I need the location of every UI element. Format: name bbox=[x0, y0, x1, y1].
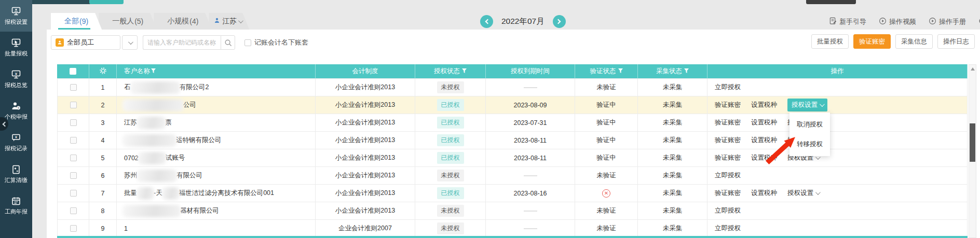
cell-auth-status: 已授权 bbox=[415, 132, 486, 149]
row-checkbox[interactable] bbox=[70, 119, 77, 126]
row-checkbox[interactable] bbox=[70, 137, 77, 144]
row-checkbox[interactable] bbox=[70, 172, 77, 179]
sidebar-item-报税设置[interactable]: 报税设置 bbox=[0, 0, 32, 32]
scrollbar-thumb[interactable] bbox=[970, 123, 975, 162]
select-all-checkbox[interactable] bbox=[70, 68, 76, 75]
op-link-立即授权[interactable]: 立即授权 bbox=[715, 224, 741, 233]
row-checkbox[interactable] bbox=[70, 155, 77, 161]
redacted-blur bbox=[130, 81, 180, 94]
cell-auth-status: 未授权 bbox=[415, 220, 486, 237]
tab-一般人[interactable]: 一般人(5) bbox=[99, 13, 157, 30]
cell-checkbox bbox=[57, 220, 89, 237]
search-input[interactable] bbox=[143, 35, 221, 50]
cell-row-number: 4 bbox=[89, 132, 117, 149]
op-link-立即授权[interactable]: 立即授权 bbox=[715, 206, 741, 215]
op-link-设置税种[interactable]: 设置税种 bbox=[751, 189, 777, 198]
help-link-操作手册[interactable]: 操作手册 bbox=[929, 17, 966, 26]
sidebar-item-label: 报税总览 bbox=[5, 81, 28, 89]
staff-dropdown[interactable]: 全部员工 bbox=[51, 35, 120, 50]
header-cell-会计制度: 会计制度 bbox=[316, 64, 415, 79]
play-circle-icon bbox=[879, 17, 887, 26]
table-row: 91企业会计准则2007未授权未验证未采集立即授权 bbox=[57, 220, 968, 237]
cell-institution: 小企业会计准则2013 bbox=[316, 149, 415, 167]
redacted-blur bbox=[138, 152, 166, 164]
scroll-up-arrow-icon[interactable] bbox=[971, 67, 975, 71]
tab-小规模[interactable]: 小规模(4) bbox=[154, 13, 212, 30]
dropdown-item-取消授权[interactable]: 取消授权 bbox=[790, 115, 830, 134]
region-selector[interactable]: 江苏 bbox=[209, 13, 249, 30]
filter-funnel-icon[interactable] bbox=[462, 68, 467, 75]
header-cell-采集状态: 采集状态 bbox=[638, 64, 707, 79]
dropdown-item-转移授权[interactable]: 转移授权 bbox=[790, 134, 830, 154]
table-row: 4运特钢有限公司小企业会计准则2013已授权2023-08-11验证中未采集验证… bbox=[57, 132, 968, 149]
op-dropdown-授权设置[interactable]: 授权设置 bbox=[787, 99, 827, 111]
row-checkbox[interactable] bbox=[70, 207, 77, 214]
row-checkbox[interactable] bbox=[70, 190, 77, 197]
empty-dash bbox=[524, 87, 537, 88]
cell-row-number: 9 bbox=[89, 220, 117, 237]
help-link-新手引导[interactable]: 新手引导 bbox=[829, 17, 866, 26]
row-checkbox[interactable] bbox=[70, 84, 77, 91]
bookkeeper-filter-checkbox[interactable]: 记账会计名下账套 bbox=[244, 38, 308, 47]
op-link-立即授权[interactable]: 立即授权 bbox=[715, 171, 741, 180]
browser-artifact-teal-pill bbox=[89, 0, 124, 4]
cell-operations: 验证账密设置税种授权设置 bbox=[707, 114, 968, 132]
op-link-立即授权[interactable]: 立即授权 bbox=[715, 83, 741, 92]
sidebar-item-批量报税[interactable]: 批量报税 bbox=[0, 32, 32, 63]
action-button-验证账密[interactable]: 验证账密 bbox=[853, 34, 891, 49]
sidebar-item-报税总览[interactable]: ¥报税总览 bbox=[0, 63, 32, 95]
search-box bbox=[143, 35, 235, 50]
action-button-采集信息[interactable]: 采集信息 bbox=[895, 34, 933, 49]
header-cell-操作: 操作 bbox=[707, 64, 968, 79]
sidebar-item-报税记录[interactable]: ¥报税记录 bbox=[0, 127, 32, 158]
cell-expire-date: 2023-08-11 bbox=[486, 132, 575, 149]
redacted-blur bbox=[137, 117, 166, 129]
help-link-操作视频[interactable]: 操作视频 bbox=[879, 17, 916, 26]
prev-month-button[interactable] bbox=[480, 15, 493, 28]
next-month-button[interactable] bbox=[553, 15, 566, 28]
cell-expire-date: 2023-08-11 bbox=[486, 149, 575, 167]
op-link-设置税种[interactable]: 设置税种 bbox=[751, 101, 777, 109]
search-button[interactable] bbox=[221, 35, 235, 50]
staff-dropdown-toggle[interactable] bbox=[122, 35, 138, 50]
op-link-验证账密[interactable]: 验证账密 bbox=[715, 118, 741, 127]
cell-collect-status: 未采集 bbox=[638, 185, 707, 202]
staff-dropdown-value: 全部员工 bbox=[67, 38, 94, 47]
filter-funnel-icon[interactable] bbox=[618, 68, 623, 75]
cell-operations: 验证账密设置税种授权设置 bbox=[707, 185, 968, 202]
row-checkbox[interactable] bbox=[70, 225, 77, 232]
cell-verify-status: 验证中 bbox=[575, 149, 638, 167]
cell-operations: 立即授权 bbox=[707, 220, 968, 237]
filter-funnel-icon[interactable] bbox=[684, 68, 689, 75]
op-link-设置税种[interactable]: 设置税种 bbox=[751, 136, 777, 145]
sidebar-item-汇算清缴[interactable]: 汇算清缴 bbox=[0, 158, 32, 190]
gear-icon[interactable] bbox=[99, 67, 107, 76]
client-name-text: -天 bbox=[154, 189, 162, 198]
op-link-验证账密[interactable]: 验证账密 bbox=[715, 101, 741, 109]
op-link-验证账密[interactable]: 验证账密 bbox=[715, 136, 741, 145]
filter-funnel-icon[interactable] bbox=[151, 68, 156, 75]
action-button-操作日志[interactable]: 操作日志 bbox=[937, 34, 975, 49]
action-button-批量授权[interactable]: 批量授权 bbox=[811, 34, 849, 49]
chevron-down-icon bbox=[238, 18, 243, 23]
row-checkbox[interactable] bbox=[70, 102, 77, 108]
client-name-text: 石 bbox=[124, 83, 131, 92]
tab-全部[interactable]: 全部(9) bbox=[51, 13, 102, 30]
op-link-验证账密[interactable]: 验证账密 bbox=[715, 153, 741, 162]
help-link-label: 新手引导 bbox=[839, 17, 866, 26]
op-link-验证账密[interactable]: 验证账密 bbox=[715, 189, 741, 198]
vertical-scrollbar[interactable] bbox=[969, 64, 976, 238]
cell-collect-status: 未采集 bbox=[638, 96, 707, 114]
cell-checkbox bbox=[57, 167, 89, 185]
op-link-设置税种[interactable]: 设置税种 bbox=[751, 118, 777, 127]
column-label: 授权状态 bbox=[434, 67, 460, 76]
cell-collect-status: 未采集 bbox=[638, 79, 707, 96]
op-link-设置税种[interactable]: 设置税种 bbox=[751, 153, 777, 162]
cell-checkbox bbox=[57, 185, 89, 202]
table-row: 2公司小企业会计准则2013已授权2023-08-09验证中未采集验证账密设置税… bbox=[57, 96, 968, 114]
verify-error-icon: ✕ bbox=[602, 189, 610, 198]
op-dropdown-授权设置[interactable]: 授权设置 bbox=[787, 189, 819, 198]
sidebar-item-工商年报[interactable]: 工商年报 bbox=[0, 190, 32, 221]
column-label: 操作 bbox=[831, 67, 844, 76]
cell-expire-date bbox=[486, 167, 575, 185]
